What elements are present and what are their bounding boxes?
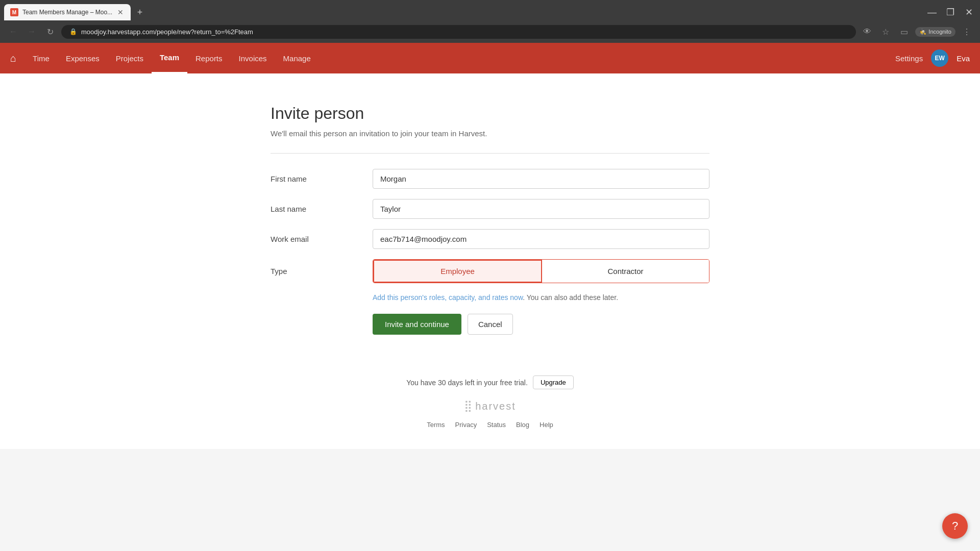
nav-item-time[interactable]: Time [24, 43, 58, 73]
browser-toolbar: ← → ↻ 🔒 moodjoy.harvestapp.com/people/ne… [0, 20, 980, 43]
blog-link[interactable]: Blog [516, 421, 529, 429]
lock-icon: 🔒 [69, 28, 77, 35]
browser-content: ⌂ Time Expenses Projects Team Reports In… [0, 43, 980, 449]
first-name-row: First name [271, 169, 709, 189]
page-subtitle: We'll email this person an invitation to… [271, 129, 709, 138]
invite-and-continue-button[interactable]: Invite and continue [373, 314, 461, 335]
incognito-badge: 🕵 Incognito [915, 27, 955, 37]
form-divider [271, 153, 709, 154]
helper-text: Add this person's roles, capacity, and r… [373, 293, 709, 302]
page-title: Invite person [271, 104, 709, 123]
address-bar[interactable]: 🔒 moodjoy.harvestapp.com/people/new?retu… [61, 25, 856, 39]
status-link[interactable]: Status [487, 421, 506, 429]
work-email-row: Work email [271, 229, 709, 249]
footer-logo: ⣿ harvest [10, 399, 970, 413]
nav-item-team[interactable]: Team [152, 43, 187, 73]
nav-item-reports[interactable]: Reports [187, 43, 231, 73]
nav-item-expenses[interactable]: Expenses [58, 43, 108, 73]
incognito-icon: 🕵 [919, 29, 926, 35]
sidebar-icon[interactable]: ▭ [897, 24, 911, 39]
maximize-button[interactable]: ❐ [943, 5, 958, 19]
forward-button[interactable]: → [24, 24, 39, 39]
first-name-input[interactable] [373, 169, 709, 189]
trial-notice: You have 30 days left in your free trial… [10, 375, 970, 389]
new-tab-button[interactable]: + [133, 5, 147, 19]
avatar: EW [931, 49, 948, 67]
employee-type-button[interactable]: Employee [373, 260, 542, 283]
cancel-button[interactable]: Cancel [468, 314, 513, 335]
settings-link[interactable]: Settings [895, 54, 923, 63]
logo-text: harvest [475, 400, 516, 412]
first-name-label: First name [271, 174, 373, 183]
work-email-label: Work email [271, 235, 373, 243]
type-toggle: Employee Contractor [373, 259, 709, 283]
nav-right: Settings EW Eva [895, 49, 970, 67]
help-button[interactable]: ? [942, 513, 968, 539]
active-tab[interactable]: M Team Members Manage – Moo... ✕ [4, 4, 131, 20]
nav-item-invoices[interactable]: Invoices [231, 43, 275, 73]
tab-bar: M Team Members Manage – Moo... ✕ + — ❐ ✕ [0, 0, 980, 20]
form-actions: Invite and continue Cancel [373, 314, 709, 335]
last-name-input[interactable] [373, 199, 709, 219]
browser-chrome: M Team Members Manage – Moo... ✕ + — ❐ ✕… [0, 0, 980, 43]
username-label: Eva [957, 54, 970, 63]
toolbar-right: 👁 ☆ ▭ 🕵 Incognito ⋮ [860, 24, 974, 39]
work-email-input[interactable] [373, 229, 709, 249]
reload-button[interactable]: ↻ [43, 24, 57, 39]
add-details-link[interactable]: Add this person's roles, capacity, and r… [373, 293, 523, 302]
helper-suffix: . You can also add these later. [523, 293, 618, 302]
back-button[interactable]: ← [6, 24, 20, 39]
type-row: Type Employee Contractor [271, 259, 709, 283]
app-nav: ⌂ Time Expenses Projects Team Reports In… [0, 43, 980, 73]
footer-links: Terms Privacy Status Blog Help [10, 421, 970, 429]
contractor-type-button[interactable]: Contractor [542, 260, 709, 283]
incognito-label: Incognito [928, 29, 951, 35]
upgrade-button[interactable]: Upgrade [533, 375, 574, 389]
address-url: moodjoy.harvestapp.com/people/new?return… [81, 28, 253, 36]
terms-link[interactable]: Terms [427, 421, 445, 429]
home-nav-button[interactable]: ⌂ [10, 53, 16, 64]
help-link[interactable]: Help [540, 421, 553, 429]
tab-title: Team Members Manage – Moo... [22, 9, 112, 16]
footer: You have 30 days left in your free trial… [0, 355, 980, 449]
last-name-row: Last name [271, 199, 709, 219]
nav-item-projects[interactable]: Projects [108, 43, 152, 73]
eye-slash-icon[interactable]: 👁 [860, 24, 874, 39]
main-content: Invite person We'll email this person an… [260, 73, 720, 355]
type-label: Type [271, 267, 373, 276]
tab-close-button[interactable]: ✕ [116, 8, 125, 16]
tab-favicon: M [10, 8, 18, 16]
nav-item-manage[interactable]: Manage [275, 43, 319, 73]
close-window-button[interactable]: ✕ [962, 5, 976, 19]
trial-text: You have 30 days left in your free trial… [406, 379, 528, 387]
harvest-logo: ⣿ harvest [10, 399, 970, 413]
last-name-label: Last name [271, 205, 373, 213]
bookmark-icon[interactable]: ☆ [878, 24, 893, 39]
menu-button[interactable]: ⋮ [960, 24, 974, 39]
minimize-button[interactable]: — [925, 5, 939, 19]
logo-bars: ⣿ [464, 399, 471, 413]
privacy-link[interactable]: Privacy [455, 421, 477, 429]
